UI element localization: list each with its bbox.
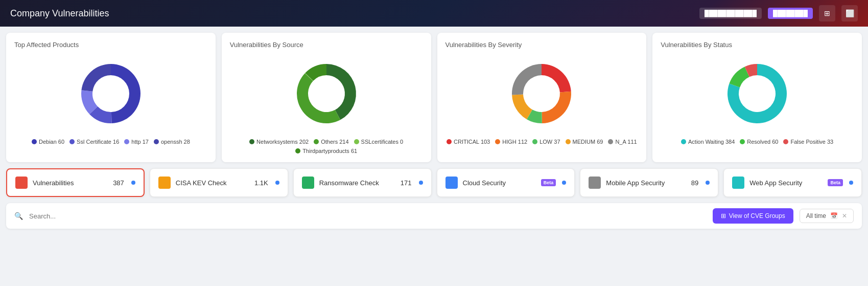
chart-card-top-affected-products: Top Affected ProductsDebian 60Ssl Certif… [6, 33, 216, 162]
close-icon[interactable]: ✕ [842, 212, 847, 219]
legend-label: Resolved 60 [747, 139, 778, 145]
legend-item: HIGH 112 [495, 139, 527, 145]
legend-item: Others 214 [314, 139, 348, 145]
chart-legend-vulnerabilities-by-status: Action Waiting 384Resolved 60False Posit… [661, 139, 854, 145]
tab-status-dot-cisa-kev [275, 181, 279, 185]
legend-color-dot [608, 139, 613, 144]
tab-label-mobile-app: Mobile App Security [606, 179, 665, 187]
legend-item: SSLcertificates 0 [354, 139, 404, 145]
legend-color-dot [249, 139, 254, 144]
legend-item: Thirdpartyproducts 61 [295, 148, 357, 154]
legend-color-dot [783, 139, 788, 144]
legend-item: Debian 60 [32, 139, 64, 145]
tab-beta-badge-web-app: Beta [828, 179, 843, 186]
tab-label-cisa-kev: CISA KEV Check [176, 179, 227, 187]
legend-item: N_A 111 [608, 139, 637, 145]
legend-color-dot [295, 148, 300, 153]
chart-donut-top-affected-products [75, 58, 147, 129]
legend-color-dot [32, 139, 37, 144]
tab-card-web-app[interactable]: Web App SecurityBeta [723, 168, 862, 197]
legend-label: N_A 111 [615, 139, 637, 145]
page-title: Company Vulnerabilities [10, 8, 109, 19]
legend-item: MEDIUM 69 [566, 139, 603, 145]
chart-card-vulnerabilities-by-source: Vulnerabilities By SourceNetworksystems … [222, 33, 431, 162]
tab-icon-cloud-security [445, 177, 458, 189]
legend-color-dot [740, 139, 745, 144]
tab-count-cisa-kev: 1.1K [254, 179, 268, 187]
tab-card-cloud-security[interactable]: Cloud SecurityBeta [437, 168, 575, 197]
legend-item: Networksystems 202 [249, 139, 309, 145]
legend-color-dot [532, 139, 537, 144]
legend-label: Ssl Certificate 16 [77, 139, 119, 145]
tab-icon-cisa-kev [158, 177, 171, 189]
calendar-icon: 📅 [830, 212, 838, 219]
legend-label: Others 214 [321, 139, 348, 145]
header-user-badge: ████████████ [699, 8, 762, 19]
tab-count-ransomware: 171 [401, 179, 412, 187]
chart-title-vulnerabilities-by-source: Vulnerabilities By Source [230, 41, 423, 49]
legend-color-dot [124, 139, 129, 144]
header-expand-btn[interactable]: ⬜ [841, 5, 858, 21]
legend-label: Debian 60 [39, 139, 64, 145]
tab-status-dot-vulnerabilities [131, 181, 135, 185]
tab-status-dot-ransomware [419, 181, 423, 185]
legend-item: Action Waiting 384 [681, 139, 735, 145]
tab-label-ransomware: Ransomware Check [319, 179, 379, 187]
chart-donut-vulnerabilities-by-status [721, 58, 793, 129]
tab-card-cisa-kev[interactable]: CISA KEV Check1.1K [150, 168, 288, 197]
app-header: Company Vulnerabilities ████████████ ███… [0, 0, 868, 27]
legend-label: Action Waiting 384 [688, 139, 735, 145]
legend-label: Thirdpartyproducts 61 [302, 148, 357, 154]
tab-status-dot-web-app [849, 181, 853, 185]
tab-icon-ransomware [302, 177, 314, 189]
legend-label: HIGH 112 [502, 139, 527, 145]
legend-item: Resolved 60 [740, 139, 778, 145]
tab-status-dot-mobile-app [706, 181, 710, 185]
legend-color-dot [495, 139, 500, 144]
grid-icon: ⊞ [721, 212, 726, 219]
chart-legend-top-affected-products: Debian 60Ssl Certificate 16http 17openss… [14, 139, 207, 145]
legend-label: openssh 28 [161, 139, 190, 145]
search-input[interactable] [29, 212, 707, 220]
search-icon: 🔍 [14, 212, 23, 220]
chart-title-vulnerabilities-by-severity: Vulnerabilities By Severity [445, 41, 639, 49]
chart-title-vulnerabilities-by-status: Vulnerabilities By Status [661, 41, 854, 49]
tab-card-ransomware[interactable]: Ransomware Check171 [293, 168, 432, 197]
legend-color-dot [314, 139, 319, 144]
legend-label: MEDIUM 69 [573, 139, 603, 145]
legend-item: CRITICAL 103 [447, 139, 490, 145]
tab-beta-badge-cloud-security: Beta [541, 179, 556, 186]
tab-count-vulnerabilities: 387 [113, 179, 124, 187]
legend-label: False Positive 33 [790, 139, 833, 145]
legend-item: False Positive 33 [783, 139, 833, 145]
header-actions: ████████████ ████████ ⊞ ⬜ [699, 5, 858, 21]
legend-color-dot [154, 139, 159, 144]
chart-card-vulnerabilities-by-severity: Vulnerabilities By SeverityCRITICAL 103H… [437, 33, 647, 162]
chart-title-top-affected-products: Top Affected Products [14, 41, 207, 49]
filter-row: 🔍 ⊞ View of CVE Groups All time 📅 ✕ [6, 203, 862, 229]
main-content: Top Affected ProductsDebian 60Ssl Certif… [0, 27, 868, 286]
legend-item: http 17 [124, 139, 149, 145]
tab-label-cloud-security: Cloud Security [463, 179, 506, 187]
legend-item: LOW 37 [532, 139, 560, 145]
tab-icon-vulnerabilities [15, 177, 28, 189]
tab-card-mobile-app[interactable]: Mobile App Security89 [580, 168, 718, 197]
legend-color-dot [69, 139, 75, 144]
legend-color-dot [447, 139, 452, 144]
legend-label: LOW 37 [539, 139, 560, 145]
view-cve-button[interactable]: ⊞ View of CVE Groups [713, 208, 793, 224]
tab-count-mobile-app: 89 [691, 179, 698, 187]
time-filter-dropdown[interactable]: All time 📅 ✕ [800, 209, 854, 223]
tabs-row: Vulnerabilities387CISA KEV Check1.1KRans… [6, 168, 862, 197]
legend-item: Ssl Certificate 16 [69, 139, 119, 145]
legend-color-dot [354, 139, 359, 144]
chart-legend-vulnerabilities-by-source: Networksystems 202Others 214SSLcertifica… [230, 139, 423, 154]
header-team-badge: ████████ [768, 8, 813, 19]
header-settings-btn[interactable]: ⊞ [819, 5, 835, 21]
legend-label: http 17 [131, 139, 149, 145]
chart-donut-vulnerabilities-by-source [291, 58, 362, 129]
tab-icon-web-app [732, 177, 744, 189]
legend-color-dot [566, 139, 571, 144]
tab-card-vulnerabilities[interactable]: Vulnerabilities387 [6, 168, 145, 197]
legend-color-dot [681, 139, 686, 144]
